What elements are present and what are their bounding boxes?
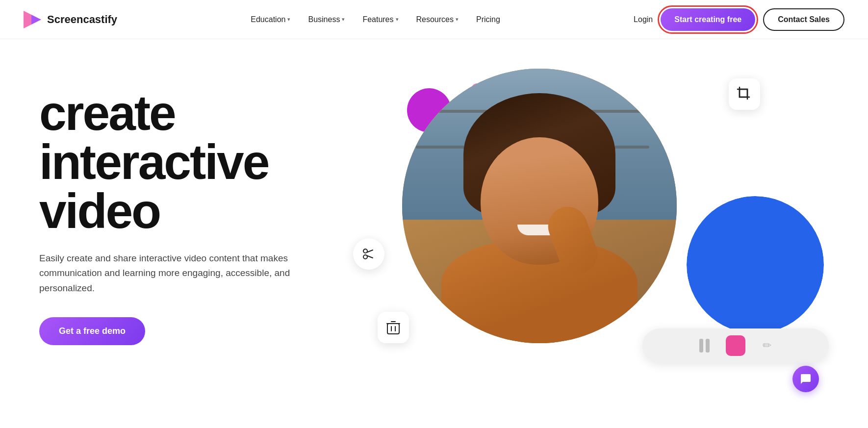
- chevron-down-icon: ▾: [456, 16, 459, 23]
- start-creating-button[interactable]: Start creating free: [661, 8, 755, 31]
- chevron-down-icon: ▾: [396, 16, 399, 23]
- logo-castify: castify: [83, 13, 117, 25]
- nav-link-resources[interactable]: Resources ▾: [416, 15, 459, 24]
- navigation: Screencastify Education ▾ Business ▾ Fea…: [0, 0, 868, 39]
- login-button[interactable]: Login: [634, 15, 653, 24]
- hero-heading-line3: video: [39, 183, 160, 238]
- logo[interactable]: Screencastify: [24, 11, 117, 28]
- nav-link-features[interactable]: Features ▾: [362, 15, 398, 24]
- hero-subtext: Easily create and share interactive vide…: [39, 251, 294, 296]
- contact-sales-button[interactable]: Contact Sales: [763, 8, 844, 31]
- person-video: [402, 69, 677, 343]
- pencil-button[interactable]: ✏: [757, 336, 777, 355]
- svg-line-7: [367, 256, 373, 258]
- nav-actions: Login Start creating free Contact Sales: [634, 8, 844, 31]
- scissors-icon: [353, 238, 384, 270]
- logo-icon: [24, 11, 43, 28]
- chat-icon-button[interactable]: [792, 366, 819, 392]
- svg-marker-1: [31, 15, 41, 25]
- chevron-down-icon: ▾: [287, 16, 290, 23]
- hero-heading-line2: interactive: [39, 134, 268, 189]
- svg-marker-0: [24, 11, 31, 28]
- video-circle: [402, 69, 677, 343]
- trash-icon: [378, 312, 409, 343]
- stop-button[interactable]: [726, 336, 745, 355]
- nav-link-education[interactable]: Education ▾: [251, 15, 290, 24]
- hero-heading: create interactive video: [39, 88, 314, 235]
- svg-rect-8: [387, 324, 399, 334]
- hero-heading-line1: create: [39, 85, 175, 140]
- svg-rect-3: [740, 89, 747, 97]
- chevron-down-icon: ▾: [342, 16, 345, 23]
- hero-right: ✏: [314, 59, 829, 402]
- get-demo-button[interactable]: Get a free demo: [39, 317, 145, 345]
- nav-links: Education ▾ Business ▾ Features ▾ Resour…: [251, 15, 500, 24]
- nav-link-pricing[interactable]: Pricing: [476, 15, 500, 24]
- hero-left: create interactive video Easily create a…: [39, 69, 314, 345]
- logo-text: Screencastify: [47, 13, 117, 26]
- svg-line-6: [367, 250, 373, 252]
- logo-screen: Screen: [47, 13, 83, 25]
- blue-accent-shape: [687, 196, 824, 333]
- hero-section: create interactive video Easily create a…: [0, 39, 868, 428]
- nav-link-business[interactable]: Business ▾: [308, 15, 345, 24]
- pause-button[interactable]: [694, 336, 714, 355]
- crop-icon: [729, 78, 760, 110]
- video-control-bar: ✏: [642, 328, 829, 363]
